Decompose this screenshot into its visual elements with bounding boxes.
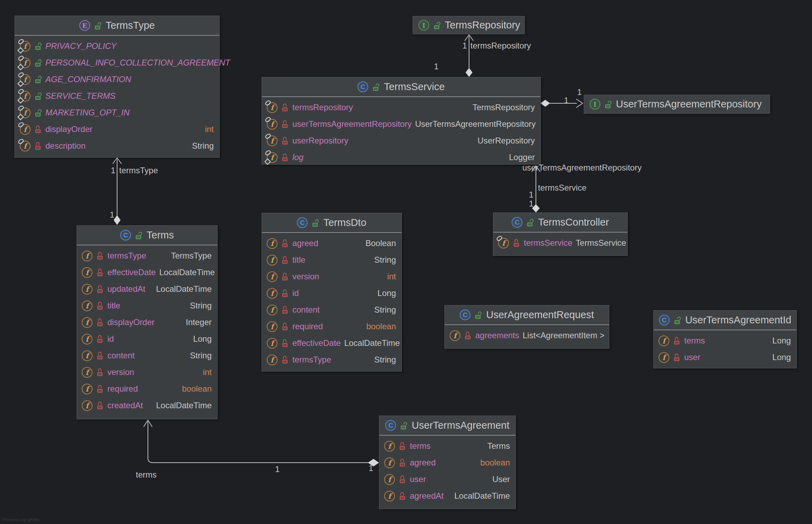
member-row-id[interactable]: fidLong (262, 285, 401, 302)
edge-usertermsagreement-to-terms[interactable] (144, 420, 379, 466)
member-row-effectiveDate[interactable]: feffectiveDateLocalDateTime (77, 264, 217, 281)
lock-closed-icon (282, 323, 288, 330)
member-row-content[interactable]: fcontentString (77, 347, 217, 364)
class-header[interactable]: CTermsController (493, 213, 627, 233)
class-header[interactable]: CUserAgreementRequest (445, 305, 609, 325)
field-icon: f (498, 238, 509, 248)
member-name: version (107, 367, 134, 377)
final-marker-icon (17, 105, 25, 112)
class-node-TermsRepository[interactable]: ITermsRepository (413, 16, 525, 34)
member-row-displayOrder[interactable]: fdisplayOrderInteger (77, 314, 217, 331)
member-row-description[interactable]: fdescriptionString (15, 138, 219, 154)
lock-closed-icon (97, 302, 103, 309)
lock-closed-icon (282, 273, 288, 280)
member-row-version[interactable]: fversionint (77, 364, 217, 381)
class-node-TermsType[interactable]: ETermsTypefPRIVACY_POLICYfPERSONAL_INFO_… (15, 16, 220, 158)
member-row-userRepository[interactable]: fuserRepositoryUserRepository (262, 132, 540, 149)
lock-closed-icon (282, 339, 288, 347)
member-row-terms[interactable]: ftermsTerms (379, 438, 515, 454)
class-node-UserTermsAgreementRepository[interactable]: IUserTermsAgreementRepository (584, 95, 770, 114)
field-icon: f (82, 284, 92, 295)
lock-closed-icon (282, 289, 288, 297)
lock-closed-icon (35, 142, 41, 150)
class-node-Terms[interactable]: CTermsftermsTypeTermsTypefeffectiveDateL… (77, 225, 218, 419)
class-header[interactable]: ETermsType (15, 16, 219, 36)
lock-closed-icon (465, 332, 471, 339)
member-row-MARKETING_OPT_IN[interactable]: fMARKETING_OPT_IN (15, 104, 219, 121)
uml-diagram-canvas[interactable]: ETermsTypefPRIVACY_POLICYfPERSONAL_INFO_… (0, 0, 812, 524)
member-row-userTermsAgreementRepository[interactable]: fuserTermsAgreementRepositoryUserTermsAg… (262, 116, 540, 132)
member-row-user[interactable]: fuserUser (379, 471, 515, 488)
member-row-title[interactable]: ftitleString (262, 252, 401, 268)
member-row-required[interactable]: frequiredboolean (77, 381, 217, 397)
member-row-title[interactable]: ftitleString (77, 297, 217, 314)
edge-termsservice-to-usertermsagreementrepository[interactable] (540, 99, 583, 107)
class-header[interactable]: CUserTermsAgreementId (654, 311, 796, 330)
field-icon: f (267, 102, 277, 113)
member-row-effectiveDate[interactable]: feffectiveDateLocalDateTime (262, 335, 401, 351)
class-node-TermsDto[interactable]: CTermsDtofagreedBooleanftitleStringfvers… (262, 213, 402, 372)
member-type: User (489, 474, 510, 484)
field-icon: f (450, 330, 460, 341)
member-row-agreedAt[interactable]: fagreedAtLocalDateTime (379, 488, 515, 504)
class-title: TermsService (384, 81, 445, 93)
member-row-createdAt[interactable]: fcreatedAtLocalDateTime (77, 397, 217, 414)
member-row-PERSONAL_INFO_COLLECTION_AGREEMENT[interactable]: fPERSONAL_INFO_COLLECTION_AGREEMENT (15, 54, 219, 71)
class-header[interactable]: CTermsDto (262, 213, 401, 233)
member-row-user[interactable]: fuserLong (654, 349, 796, 366)
field-icon: f (20, 141, 30, 151)
static-marker-icon (17, 97, 24, 103)
edge-multiplicity: 1 (275, 464, 280, 474)
member-row-log[interactable]: flogLogger (262, 149, 540, 166)
class-header[interactable]: CTermsService (262, 77, 540, 97)
field-icon: f (267, 255, 277, 265)
member-row-agreements[interactable]: fagreementsList<AgreementItem > (445, 327, 609, 344)
lock-closed-icon (97, 402, 103, 409)
member-name: termsRepository (292, 103, 353, 112)
member-row-termsType[interactable]: ftermsTypeTermsType (77, 247, 217, 264)
member-row-termsType[interactable]: ftermsTypeString (262, 351, 401, 368)
member-row-termsService[interactable]: ftermsServiceTermsService (493, 235, 627, 251)
lock-open-icon (674, 316, 680, 324)
class-header[interactable]: CTerms (77, 226, 217, 245)
member-type: LocalDateTime (341, 338, 400, 348)
class-title: UserAgreementRequest (486, 309, 594, 321)
member-row-SERVICE_TERMS[interactable]: fSERVICE_TERMS (15, 88, 219, 104)
member-row-updatedAt[interactable]: fupdatedAtLocalDateTime (77, 281, 217, 297)
member-row-displayOrder[interactable]: fdisplayOrderint (15, 121, 219, 138)
member-row-id[interactable]: fidLong (77, 331, 217, 347)
member-type: boolean (477, 458, 510, 468)
class-node-UserAgreementRequest[interactable]: CUserAgreementRequestfagreementsList<Agr… (444, 305, 609, 349)
member-row-required[interactable]: frequiredboolean (262, 318, 401, 335)
member-row-termsRepository[interactable]: ftermsRepositoryTermsRepository (262, 99, 540, 116)
member-name: createdAt (107, 401, 143, 410)
member-row-terms[interactable]: ftermsLong (654, 332, 796, 349)
member-type: LocalDateTime (156, 268, 215, 277)
member-type: int (200, 367, 212, 377)
member-name: termsType (292, 355, 331, 365)
member-row-agreed[interactable]: fagreedboolean (379, 454, 515, 471)
member-type: String (371, 255, 396, 265)
member-row-version[interactable]: fversionint (262, 268, 401, 285)
member-row-agreed[interactable]: fagreedBoolean (262, 235, 401, 252)
members-section: ftermsTermsfagreedbooleanfuserUserfagree… (379, 436, 515, 507)
class-node-UserTermsAgreementId[interactable]: CUserTermsAgreementIdftermsLongfuserLong (653, 310, 797, 368)
class-header[interactable]: IUserTermsAgreementRepository (584, 95, 770, 113)
class-header[interactable]: CUserTermsAgreement (379, 416, 515, 436)
field-icon: f (384, 474, 395, 485)
class-icon: C (297, 217, 308, 228)
enum-constant-icon: f (20, 58, 30, 68)
class-title: TermsController (538, 217, 609, 228)
class-header[interactable]: ITermsRepository (413, 16, 524, 34)
class-node-TermsController[interactable]: CTermsControllerftermsServiceTermsServic… (493, 212, 628, 256)
lock-closed-icon (97, 368, 103, 376)
class-node-TermsService[interactable]: CTermsServiceftermsRepositoryTermsReposi… (262, 77, 541, 165)
lock-closed-icon (282, 120, 288, 128)
static-marker-icon (17, 80, 24, 87)
class-node-UserTermsAgreement[interactable]: CUserTermsAgreementftermsTermsfagreedboo… (379, 416, 516, 509)
member-name: title (107, 301, 120, 311)
member-row-content[interactable]: fcontentString (262, 302, 401, 318)
member-row-PRIVACY_POLICY[interactable]: fPRIVACY_POLICY (15, 38, 219, 54)
member-type: boolean (179, 384, 212, 394)
member-row-AGE_CONFIRMATION[interactable]: fAGE_CONFIRMATION (15, 71, 219, 88)
